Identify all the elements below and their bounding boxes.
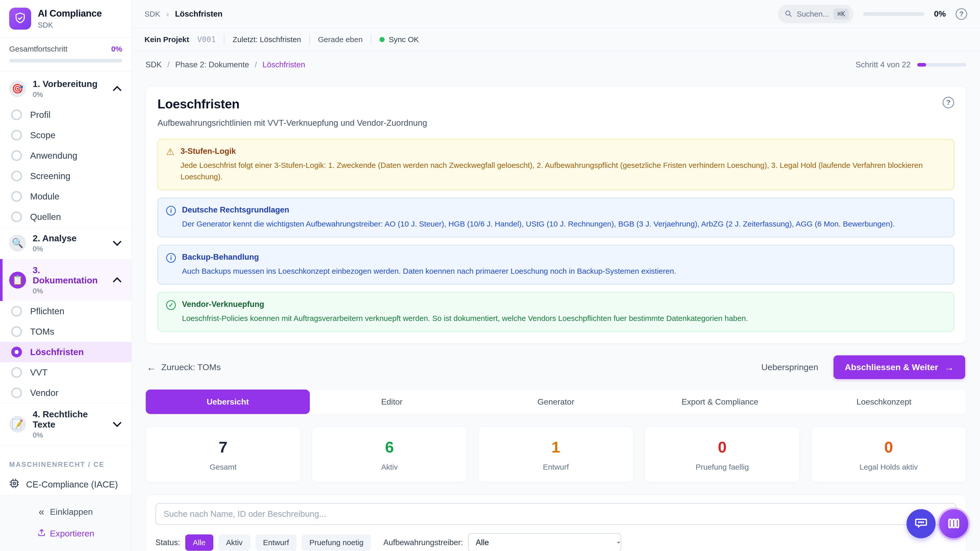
back-label: Zurueck: TOMs	[161, 362, 221, 372]
sidebar-item-screening[interactable]: Screening	[0, 166, 131, 186]
status-pill-entwurf[interactable]: Entwurf	[256, 534, 297, 551]
step-status-circle-icon	[11, 367, 22, 378]
step-progress-bar	[917, 63, 966, 67]
help-icon[interactable]: ?	[956, 8, 967, 20]
sidebar-item-pflichten[interactable]: Pflichten	[0, 301, 131, 321]
phase-header[interactable]: ⚙️ 5. Betrieb 0%	[0, 445, 131, 450]
stat-label: Pruefung faellig	[648, 463, 797, 472]
stat-card: 0 Pruefung faellig	[645, 427, 800, 483]
sidebar-item-label: Profil	[30, 110, 51, 120]
complete-continue-button[interactable]: Abschliessen & Weiter →	[834, 355, 965, 379]
sidebar-item-module[interactable]: Module	[0, 186, 131, 206]
check-circle-icon: ✓	[166, 300, 176, 324]
sidebar-item-quellen[interactable]: Quellen	[0, 206, 131, 227]
sidebar-item-ce-label: CE-Compliance (IACE)	[26, 479, 118, 489]
phase-header[interactable]: 🎯 1. Vorbereitung 0%	[0, 73, 131, 105]
warning-triangle-icon: ⚠	[166, 147, 174, 183]
sidebar-phase: 🎯 1. Vorbereitung 0% Profil Scope Anwend…	[0, 73, 131, 227]
breadcrumb-separator: /	[167, 60, 170, 69]
phase-icon: 📋	[9, 272, 26, 289]
phase-header[interactable]: 📝 4. Rechtliche Texte 0%	[0, 403, 131, 445]
sync-status: Sync OK	[380, 35, 419, 44]
skip-button[interactable]: Ueberspringen	[761, 362, 818, 372]
view-tabs: UebersichtEditorGeneratorExport & Compli…	[145, 389, 966, 414]
status-pill-pruefung-noetig[interactable]: Pruefung noetig	[302, 534, 371, 551]
sidebar-item-profil[interactable]: Profil	[0, 105, 131, 125]
stat-value: 6	[315, 438, 464, 456]
app-logo	[9, 8, 31, 30]
search-icon	[784, 10, 792, 18]
stat-value: 1	[481, 438, 631, 456]
breadcrumb: SDK / Phase 2: Dokumente / Löschfristen	[145, 60, 305, 69]
step-status-circle-icon	[11, 191, 22, 202]
callout-title: Backup-Behandlung	[182, 252, 676, 262]
info-circle-icon: i	[166, 253, 176, 277]
export-button[interactable]: Exportieren	[37, 528, 94, 539]
info-circle-icon: i	[166, 206, 176, 230]
step-status-circle-icon	[11, 130, 22, 141]
phase-header[interactable]: 📋 3. Dokumentation 0%	[0, 259, 131, 301]
status-filter-label: Status:	[156, 538, 180, 547]
tab-uebersicht[interactable]: Uebersicht	[146, 389, 310, 414]
chat-assistant-button[interactable]	[907, 509, 935, 538]
sidebar-item-vvt[interactable]: VVT	[0, 362, 131, 383]
sidebar-item-label: Quellen	[30, 212, 61, 222]
phase-header[interactable]: 🔍 2. Analyse 0%	[0, 227, 131, 259]
phase-icon: 🎯	[9, 80, 26, 97]
policy-search-input[interactable]	[156, 503, 956, 525]
sidebar-item-label: Anwendung	[30, 151, 77, 161]
sidebar-item-label: TOMs	[30, 327, 54, 337]
chevrons-left-icon: «	[38, 507, 44, 517]
card-help-icon[interactable]: ?	[942, 97, 954, 108]
status-pill-alle[interactable]: Alle	[185, 534, 213, 551]
tab-loeschkonzept[interactable]: Loeschkonzept	[802, 389, 966, 414]
shield-check-icon	[14, 12, 26, 25]
stat-label: Entwurf	[481, 463, 631, 472]
filter-card: Status: AlleAktivEntwurfPruefung noetig …	[145, 495, 966, 551]
breadcrumb-sdk[interactable]: SDK	[145, 60, 162, 69]
page-content: SDK / Phase 2: Dokumente / Löschfristen …	[132, 51, 980, 551]
arrow-left-icon: ←	[146, 362, 156, 372]
tab-generator[interactable]: Generator	[474, 389, 638, 414]
callout-title: Deutsche Rechtsgrundlagen	[182, 205, 895, 214]
collapse-sidebar-button[interactable]: « Einklappen	[38, 507, 93, 517]
driver-filter-select[interactable]: Alle	[468, 533, 621, 551]
sidebar-item-anwendung[interactable]: Anwendung	[0, 145, 131, 166]
sidebar-item-toms[interactable]: TOMs	[0, 321, 131, 342]
phase-label: 2. Analyse	[33, 233, 76, 243]
callout: i Deutsche Rechtsgrundlagen Der Generato…	[158, 198, 954, 237]
sidebar-item-ce-compliance[interactable]: CE-Compliance (IACE)	[0, 473, 131, 495]
back-button[interactable]: ← Zurueck: TOMs	[146, 362, 221, 372]
sidebar-item-l-schfristen[interactable]: Löschfristen	[0, 342, 131, 362]
upload-icon	[37, 528, 46, 539]
main-area: SDK › Löschfristen Suchen... ⌘K 0% ? Kei…	[132, 0, 980, 551]
sidebar-footer: « Einklappen Exportieren	[0, 495, 131, 551]
sync-ok-dot-icon	[380, 37, 385, 42]
stat-value: 0	[648, 438, 797, 456]
step-status-circle-icon	[11, 387, 22, 398]
phase-percent: 0%	[33, 245, 76, 253]
tab-export-compliance[interactable]: Export & Compliance	[638, 389, 802, 414]
sidebar-item-scope[interactable]: Scope	[0, 125, 131, 145]
chevron-up-icon	[113, 277, 121, 286]
breadcrumb-separator: /	[255, 60, 257, 69]
stat-label: Aktiv	[315, 463, 464, 472]
tab-editor[interactable]: Editor	[310, 389, 474, 414]
sidebar-item-label: VVT	[30, 367, 48, 378]
sidebar-phase: 📝 4. Rechtliche Texte 0%	[0, 403, 131, 445]
export-label: Exportieren	[50, 529, 94, 538]
panels-toggle-button[interactable]	[939, 509, 968, 538]
phase-icon: 📝	[9, 416, 26, 433]
breadcrumb-phase[interactable]: Phase 2: Dokumente	[175, 60, 249, 69]
sidebar-item-vendor[interactable]: Vendor	[0, 383, 131, 403]
breadcrumb-root[interactable]: SDK	[145, 10, 160, 18]
app-subtitle: SDK	[38, 21, 102, 29]
status-bar: Kein Projekt V001 Zuletzt: Löschfristen …	[132, 28, 980, 51]
callout-body: Auch Backups muessen ins Loeschkonzept e…	[182, 265, 676, 277]
sidebar-item-label: Vendor	[30, 388, 59, 398]
callout-body: Der Generator kennt die wichtigsten Aufb…	[182, 218, 895, 230]
global-search[interactable]: Suchen... ⌘K	[778, 5, 853, 23]
stat-card: 1 Entwurf	[478, 427, 633, 483]
status-pill-aktiv[interactable]: Aktiv	[218, 534, 250, 551]
overall-progress-value: 0%	[111, 44, 122, 53]
